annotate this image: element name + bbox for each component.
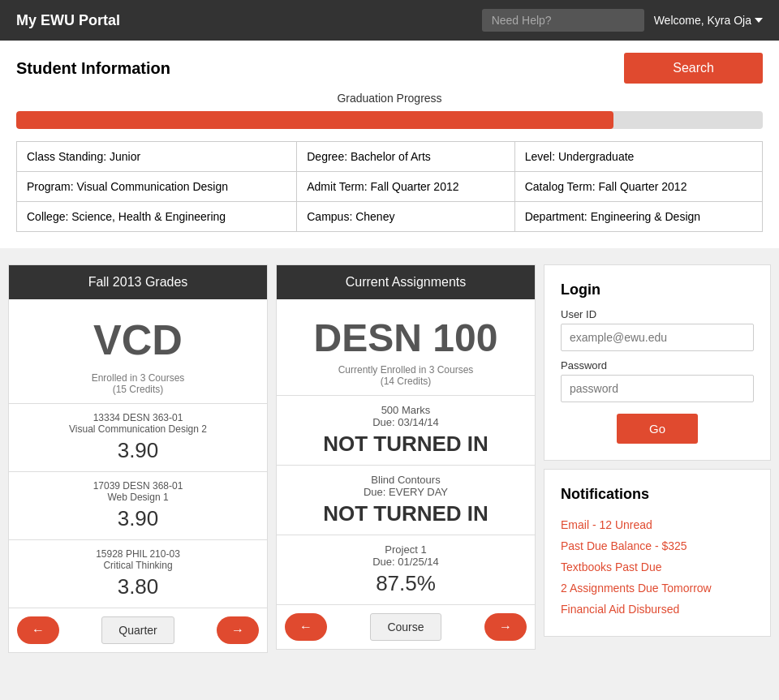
student-info-cell: Admit Term: Fall Quarter 2012: [297, 172, 514, 202]
grades-next-button[interactable]: →: [217, 616, 259, 644]
header-right: Welcome, Kyra Oja: [482, 9, 763, 32]
course-name: Visual Communication Design 2: [21, 423, 255, 435]
notifications-title: Notifications: [561, 486, 754, 503]
student-info-table: Class Standing: JuniorDegree: Bachelor o…: [16, 141, 763, 232]
go-button[interactable]: Go: [617, 414, 698, 444]
notifications-card: Notifications Email - 12 UnreadPast Due …: [544, 469, 771, 637]
assignment-status: 87.5%: [289, 571, 523, 596]
assignments-nav-label: Course: [370, 613, 441, 641]
grades-prev-button[interactable]: ←: [17, 616, 59, 644]
assignment-due: Due: 03/14/14: [289, 416, 523, 428]
user-id-label: User ID: [561, 308, 754, 320]
assignments-list: 500 Marks Due: 03/14/14 NOT TURNED INBli…: [277, 395, 535, 604]
grades-enrolled: Enrolled in 3 Courses (15 Credits): [9, 372, 267, 403]
app-title: My EWU Portal: [16, 12, 120, 29]
right-sidebar: Login User ID Password Go Notifications …: [544, 264, 771, 637]
graduation-progress-bar: [16, 111, 763, 129]
student-info-title: Student Information: [16, 59, 170, 78]
course-grade: 3.80: [21, 574, 255, 599]
course-id: 13334 DESN 363-01: [21, 412, 255, 423]
assignments-card: Current Assignments DESN 100 Currently E…: [276, 264, 536, 650]
assignments-card-header: Current Assignments: [277, 265, 535, 299]
student-info-cell: Class Standing: Junior: [17, 142, 297, 172]
assignment-due: Due: EVERY DAY: [289, 486, 523, 498]
assignments-next-button[interactable]: →: [484, 613, 527, 641]
assignments-enrolled: Currently Enrolled in 3 Courses (14 Cred…: [277, 364, 535, 395]
course-name: Web Design 1: [21, 492, 255, 503]
assignment-status: NOT TURNED IN: [289, 501, 523, 526]
welcome-message: Welcome, Kyra Oja: [654, 14, 763, 27]
course-grade: 3.90: [21, 438, 255, 463]
grades-card: Fall 2013 Grades VCD Enrolled in 3 Cours…: [8, 264, 268, 653]
grades-card-header: Fall 2013 Grades: [9, 265, 267, 299]
assignment-row: Blind Contours Due: EVERY DAY NOT TURNED…: [277, 465, 535, 535]
graduation-label: Graduation Progress: [16, 92, 763, 105]
grades-nav-label: Quarter: [101, 616, 174, 644]
assignments-prev-button[interactable]: ←: [285, 613, 327, 641]
help-search-input[interactable]: [482, 9, 644, 32]
course-id: 17039 DESN 368-01: [21, 480, 255, 492]
search-button[interactable]: Search: [624, 53, 763, 84]
login-card: Login User ID Password Go: [544, 264, 771, 461]
header: My EWU Portal Welcome, Kyra Oja: [0, 0, 779, 41]
course-name: Critical Thinking: [21, 560, 255, 571]
main-content: Fall 2013 Grades VCD Enrolled in 3 Cours…: [0, 256, 779, 661]
student-info-section: Student Information Search Graduation Pr…: [0, 41, 779, 248]
grades-department: VCD: [9, 299, 267, 372]
course-row: 15928 PHIL 210-03 Critical Thinking 3.80: [9, 539, 267, 608]
user-id-input[interactable]: [561, 324, 754, 351]
course-row: 13334 DESN 363-01 Visual Communication D…: [9, 403, 267, 471]
assignment-name: Blind Contours: [289, 474, 523, 486]
notification-item[interactable]: Financial Aid Disbursed: [561, 599, 754, 620]
grades-courses: 13334 DESN 363-01 Visual Communication D…: [9, 403, 267, 608]
assignment-name: 500 Marks: [289, 404, 523, 416]
course-id: 15928 PHIL 210-03: [21, 548, 255, 560]
student-info-cell: Catalog Term: Fall Quarter 2012: [514, 172, 762, 202]
progress-bar-fill: [16, 111, 613, 129]
password-label: Password: [561, 359, 754, 371]
assignment-status: NOT TURNED IN: [289, 432, 523, 457]
student-info-cell: College: Science, Health & Engineering: [17, 202, 297, 232]
student-info-cell: Department: Engineering & Design: [514, 202, 762, 232]
assignment-due: Due: 01/25/14: [289, 556, 523, 568]
student-info-cell: Program: Visual Communication Design: [17, 172, 297, 202]
chevron-down-icon: [755, 18, 763, 23]
notification-item[interactable]: 2 Assignments Due Tomorrow: [561, 578, 754, 599]
assignment-row: 500 Marks Due: 03/14/14 NOT TURNED IN: [277, 395, 535, 465]
notification-item[interactable]: Textbooks Past Due: [561, 556, 754, 578]
notifications-list: Email - 12 UnreadPast Due Balance - $325…: [561, 514, 754, 620]
assignment-row: Project 1 Due: 01/25/14 87.5%: [277, 535, 535, 604]
student-info-header: Student Information Search: [16, 53, 763, 84]
notification-item[interactable]: Past Due Balance - $325: [561, 535, 754, 556]
grades-nav: ← Quarter →: [9, 608, 267, 652]
assignments-course: DESN 100: [277, 299, 535, 364]
assignments-nav: ← Course →: [277, 604, 535, 649]
course-grade: 3.90: [21, 506, 255, 531]
course-row: 17039 DESN 368-01 Web Design 1 3.90: [9, 471, 267, 539]
assignment-name: Project 1: [289, 543, 523, 556]
student-info-cell: Level: Undergraduate: [514, 142, 762, 172]
student-info-cell: Degree: Bachelor of Arts: [297, 142, 514, 172]
login-title: Login: [561, 281, 754, 298]
student-info-cell: Campus: Cheney: [297, 202, 514, 232]
notification-item[interactable]: Email - 12 Unread: [561, 514, 754, 535]
password-input[interactable]: [561, 375, 754, 402]
